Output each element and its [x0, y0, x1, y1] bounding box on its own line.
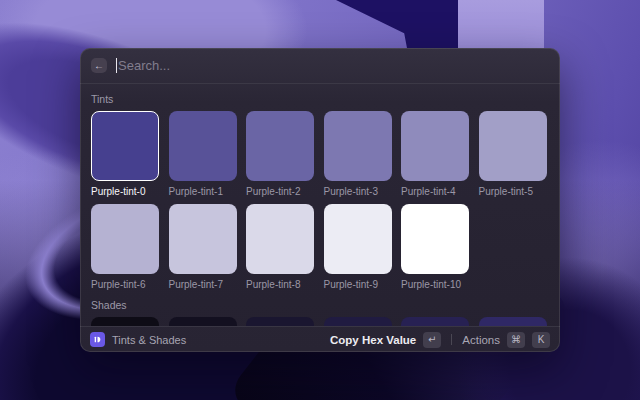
copy-hex-value-button[interactable]: Copy Hex Value [330, 334, 416, 346]
search-placeholder: Search... [118, 58, 170, 73]
color-swatch[interactable] [91, 204, 159, 274]
swatch-label: Purple-tint-5 [479, 186, 547, 197]
color-swatch-item[interactable]: Purple-tint-10 [401, 204, 469, 290]
section-label-shades: Shades [91, 299, 549, 311]
color-swatch-item[interactable]: Purple-tint-1 [169, 111, 237, 197]
swatch-label: Purple-tint-3 [324, 186, 392, 197]
color-swatch-item[interactable]: Purple-tint-3 [324, 111, 392, 197]
swatch-label: Purple-tint-9 [324, 279, 392, 290]
cmd-key-badge[interactable]: ⌘ [507, 332, 525, 348]
color-swatch[interactable] [169, 317, 237, 326]
app-name-label: Tints & Shades [112, 334, 186, 346]
color-swatch-item[interactable]: Purple-tint-7 [169, 204, 237, 290]
color-swatch[interactable] [246, 111, 314, 181]
actions-button[interactable]: Actions [462, 334, 500, 346]
color-swatch[interactable] [91, 317, 159, 326]
action-bar: Tints & Shades Copy Hex Value ↵ Actions … [80, 326, 560, 352]
color-swatch[interactable] [401, 111, 469, 181]
swatch-label: Purple-tint-7 [169, 279, 237, 290]
color-swatch[interactable] [246, 317, 314, 326]
color-swatch-item[interactable]: Purple-tint-0 [91, 111, 159, 197]
color-swatch[interactable] [324, 204, 392, 274]
color-swatch-item[interactable]: Purple-tint-9 [324, 204, 392, 290]
color-swatch[interactable] [169, 204, 237, 274]
color-swatch[interactable] [324, 111, 392, 181]
search-input[interactable]: Search... [116, 58, 549, 73]
section-label-tints: Tints [91, 93, 549, 105]
color-swatch[interactable] [401, 204, 469, 274]
swatch-label: Purple-tint-2 [246, 186, 314, 197]
color-swatch[interactable] [91, 111, 159, 181]
color-swatch[interactable] [169, 111, 237, 181]
footer-divider [451, 334, 452, 345]
results-list: Tints Purple-tint-0 Purple-tint-1 Purple… [80, 84, 560, 326]
color-swatch[interactable] [246, 204, 314, 274]
swatch-label: Purple-tint-4 [401, 186, 469, 197]
color-swatch-item[interactable] [401, 317, 469, 326]
k-key-badge[interactable]: K [532, 332, 550, 348]
text-caret [116, 58, 117, 73]
color-swatch-item[interactable] [91, 317, 159, 326]
color-swatch-item[interactable]: Purple-tint-4 [401, 111, 469, 197]
color-swatch-item[interactable] [169, 317, 237, 326]
shades-grid [91, 317, 549, 326]
color-swatch[interactable] [401, 317, 469, 326]
enter-key-badge[interactable]: ↵ [423, 332, 441, 348]
swatch-label: Purple-tint-6 [91, 279, 159, 290]
swatch-label: Purple-tint-0 [91, 186, 159, 197]
color-swatch-item[interactable] [479, 317, 547, 326]
color-swatch-item[interactable]: Purple-tint-8 [246, 204, 314, 290]
color-swatch-item[interactable] [324, 317, 392, 326]
color-swatch[interactable] [479, 317, 547, 326]
command-palette-window: ← Search... Tints Purple-tint-0 Purple-t… [80, 48, 560, 352]
swatch-label: Purple-tint-8 [246, 279, 314, 290]
tints-shades-app-icon [90, 332, 105, 347]
color-swatch-item[interactable]: Purple-tint-6 [91, 204, 159, 290]
color-swatch-item[interactable] [246, 317, 314, 326]
tints-grid: Purple-tint-0 Purple-tint-1 Purple-tint-… [91, 111, 549, 290]
swatch-label: Purple-tint-10 [401, 279, 469, 290]
color-swatch-item[interactable]: Purple-tint-2 [246, 111, 314, 197]
color-swatch-item[interactable]: Purple-tint-5 [479, 111, 547, 197]
back-button[interactable]: ← [91, 58, 107, 73]
search-bar: ← Search... [80, 48, 560, 84]
swatch-label: Purple-tint-1 [169, 186, 237, 197]
color-swatch[interactable] [324, 317, 392, 326]
color-swatch[interactable] [479, 111, 547, 181]
